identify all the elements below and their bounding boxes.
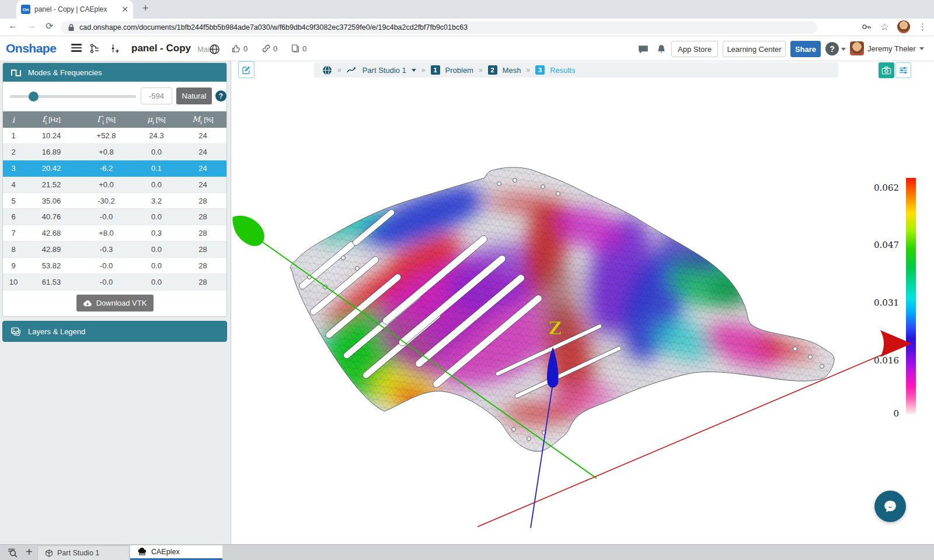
forward-icon[interactable]: →: [27, 20, 36, 31]
mode-row-1[interactable]: 110.24+52.824.324: [3, 128, 226, 144]
mode-row-10[interactable]: 1061.53-0.00.028: [3, 274, 226, 290]
part-studio-caret-icon[interactable]: [412, 69, 416, 72]
mode-cell: 40.76: [24, 212, 79, 221]
display-options-button[interactable]: [895, 62, 911, 78]
url-text: cad.onshape.com/documents/1bfb244f5bb5b9…: [79, 23, 468, 32]
modes-table-header-row: ifi [Hz]Γi [%]μi [%]Mi [%]: [3, 111, 226, 128]
modes-table-header-cell: i: [3, 115, 24, 124]
modes-panel-header[interactable]: Modes & Frequencies: [3, 63, 226, 82]
breadcrumb-part-studio[interactable]: Part Studio 1: [363, 66, 406, 75]
panel-holes: [308, 178, 824, 441]
tab-caeplex[interactable]: CAEplex: [130, 545, 222, 560]
breadcrumb-problem[interactable]: Problem: [445, 66, 473, 75]
modes-table-header-cell: μi [%]: [134, 114, 179, 125]
mode-cell: 1: [3, 131, 24, 140]
share-button[interactable]: Share: [790, 41, 821, 57]
step-badge-mesh: 2: [488, 65, 497, 75]
chat-fab[interactable]: [874, 491, 906, 522]
user-avatar[interactable]: [850, 41, 864, 55]
hamburger-menu-icon[interactable]: [71, 44, 82, 54]
notifications-bell-icon[interactable]: [656, 44, 667, 55]
browser-tab[interactable]: On panel - Copy | CAEplex ✕: [16, 0, 133, 19]
mode-row-5[interactable]: 535.06-30.23.228: [3, 193, 226, 209]
mode-row-3[interactable]: 320.42-6.20.124: [3, 160, 226, 177]
mode-cell: 16.89: [24, 148, 79, 156]
colorbar-label: 0: [860, 408, 899, 419]
address-bar[interactable]: cad.onshape.com/documents/1bfb244f5bb5b9…: [61, 21, 817, 34]
lock-icon: [68, 23, 75, 32]
copies-counter[interactable]: 0: [291, 44, 306, 53]
document-title[interactable]: panel - Copy: [131, 43, 191, 54]
refresh-icon[interactable]: ⟳: [46, 20, 53, 32]
slider-knob[interactable]: [29, 92, 39, 102]
onshape-header: Onshape panel - Copy Main 0: [0, 36, 934, 61]
mode-cell: 6: [3, 212, 24, 221]
add-tab-button[interactable]: +: [26, 545, 33, 559]
help-button[interactable]: ?: [825, 42, 839, 55]
globe-icon[interactable]: [209, 44, 220, 55]
mode-cell: +52.8: [79, 131, 134, 140]
mode-row-6[interactable]: 640.76-0.00.028: [3, 209, 226, 225]
browser-tabstrip: On panel - Copy | CAEplex ✕ +: [0, 0, 934, 19]
follow-mode-icon[interactable]: [110, 43, 120, 54]
mode-cell: 2: [3, 148, 24, 156]
browser-profile-avatar[interactable]: [897, 20, 910, 33]
breadcrumb-results[interactable]: Results: [550, 66, 575, 75]
mode-cell: -0.0: [79, 261, 134, 270]
new-tab-button[interactable]: +: [142, 2, 149, 15]
like-counter[interactable]: 0: [231, 44, 248, 53]
viewport-canvas[interactable]: » Part Studio 1 » 1 Problem » 2 Mesh » 3…: [231, 61, 934, 544]
clipboard-icon: [291, 44, 300, 53]
mode-row-2[interactable]: 216.89+0.80.024: [3, 144, 226, 160]
versions-icon[interactable]: [89, 43, 100, 54]
document-tab-bar: + Part Studio 1 CAEplex: [0, 544, 934, 560]
mode-row-9[interactable]: 953.82-0.00.028: [3, 258, 226, 274]
layers-icon: [11, 327, 21, 336]
bookmark-star-icon[interactable]: ☆: [880, 21, 889, 33]
natural-mode-button[interactable]: Natural: [176, 88, 212, 104]
modes-table-header-cell: Mi [%]: [179, 114, 226, 125]
browser-tab-title: panel - Copy | CAEplex: [34, 5, 110, 13]
mode-cell: 42.68: [24, 229, 79, 237]
layers-legend-panel[interactable]: Layers & Legend: [2, 321, 227, 342]
mode-row-7[interactable]: 742.68+8.00.328: [3, 225, 226, 242]
breadcrumb-globe-icon[interactable]: [322, 65, 332, 75]
tab-part-studio[interactable]: Part Studio 1: [37, 545, 130, 560]
onshape-favicon: On: [21, 5, 30, 14]
modes-table-header-cell: fi [Hz]: [24, 114, 79, 125]
user-menu[interactable]: Jeremy Theler: [867, 44, 924, 53]
mode-cell: 28: [179, 197, 226, 205]
breadcrumb: » Part Studio 1 » 1 Problem » 2 Mesh » 3…: [314, 62, 838, 78]
download-vtk-button[interactable]: Download VTK: [76, 295, 154, 312]
app-store-button[interactable]: App Store: [671, 41, 718, 57]
tab-close-icon[interactable]: ✕: [121, 5, 128, 14]
mode-cell: 8: [3, 245, 24, 254]
y-axis-line: [257, 238, 597, 478]
edit-button[interactable]: [238, 61, 255, 78]
search-tabs-icon[interactable]: [7, 547, 19, 558]
mode-cell: 42.89: [24, 245, 79, 254]
step-badge-results: 3: [535, 65, 545, 75]
key-icon[interactable]: [862, 22, 872, 32]
screenshot-button[interactable]: [879, 62, 894, 78]
mode-row-8[interactable]: 842.89-0.30.028: [3, 242, 226, 258]
mode-cell: 20.42: [24, 164, 79, 173]
mode-cell: 28: [179, 278, 226, 286]
mode-cell: -0.0: [79, 278, 134, 286]
link-counter[interactable]: 0: [262, 44, 277, 53]
help-caret-icon[interactable]: [841, 48, 846, 51]
back-icon[interactable]: ←: [8, 20, 18, 31]
frequency-input[interactable]: [141, 88, 172, 104]
mode-row-4[interactable]: 421.52+0.00.024: [3, 177, 226, 193]
browser-menu-icon[interactable]: ⋮: [918, 22, 927, 32]
breadcrumb-mesh[interactable]: Mesh: [503, 66, 521, 75]
modes-panel-title: Modes & Frequencies: [28, 68, 102, 77]
modes-help-button[interactable]: ?: [215, 90, 226, 102]
mode-cell: 0.0: [134, 148, 179, 156]
onshape-logo[interactable]: Onshape: [6, 41, 56, 55]
comments-icon[interactable]: [637, 44, 649, 55]
layers-panel-title: Layers & Legend: [28, 327, 85, 336]
mode-cell: 9: [3, 261, 24, 270]
learning-center-button[interactable]: Learning Center: [723, 41, 786, 57]
colorbar: [906, 178, 916, 414]
